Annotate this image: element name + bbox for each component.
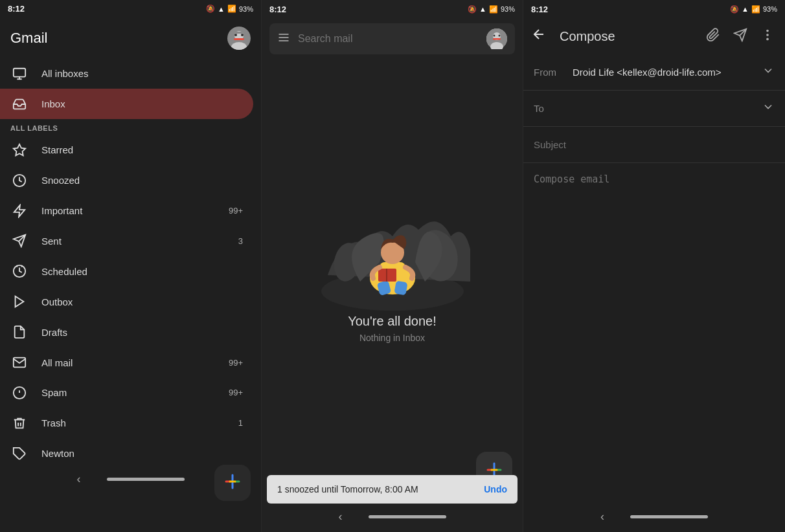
drafts-label: Drafts — [41, 327, 243, 338]
signal-icon-2: 📶 — [489, 5, 498, 14]
nav-drafts[interactable]: Drafts — [0, 317, 253, 348]
compose-body-input[interactable] — [534, 173, 775, 496]
sent-label: Sent — [41, 236, 238, 247]
spam-label: Spam — [41, 387, 229, 398]
notification-icon: 🔕 — [206, 5, 215, 13]
nav-inbox[interactable]: Inbox — [0, 89, 253, 119]
section-label-all-labels: ALL LABELS — [0, 119, 261, 135]
to-field[interactable]: To — [523, 91, 785, 127]
inbox-panel: 8:12 🔕 ▲ 📶 93% — [262, 0, 523, 532]
attach-button[interactable] — [701, 23, 725, 50]
svg-rect-35 — [493, 38, 501, 40]
empty-illustration — [308, 172, 477, 314]
back-button-sidebar[interactable]: ‹ — [77, 472, 81, 486]
inbox-empty-state: You're all done! Nothing in Inbox — [262, 60, 523, 506]
sent-icon — [10, 234, 28, 248]
important-label: Important — [41, 205, 229, 216]
back-button-compose[interactable]: ‹ — [600, 510, 604, 524]
svg-point-57 — [767, 34, 769, 36]
nav-sent[interactable]: Sent 3 — [0, 226, 253, 256]
compose-back-button[interactable] — [526, 21, 552, 51]
outbox-label: Outbox — [41, 296, 243, 307]
from-expand-icon[interactable] — [762, 64, 775, 80]
snoozed-icon — [10, 173, 28, 188]
search-input[interactable] — [298, 33, 479, 45]
nav-all-inboxes[interactable]: All inboxes — [0, 58, 253, 89]
status-time-compose: 8:12 — [531, 5, 548, 14]
trash-label: Trash — [41, 417, 238, 428]
hamburger-icon[interactable] — [277, 31, 290, 47]
svg-marker-12 — [14, 205, 25, 216]
inbox-icon — [10, 97, 28, 111]
allmail-icon — [10, 355, 28, 370]
important-badge: 99+ — [229, 206, 243, 216]
svg-rect-6 — [235, 32, 243, 34]
wifi-icon-2: ▲ — [479, 5, 486, 13]
home-pill-inbox[interactable] — [369, 515, 446, 518]
outbox-icon — [10, 294, 28, 309]
empty-state-subtitle: Nothing in Inbox — [359, 333, 425, 343]
nav-spam[interactable]: Spam 99+ — [0, 378, 253, 408]
drafts-icon — [10, 325, 28, 339]
sidebar-header: Gmail — [0, 17, 261, 58]
empty-state-title: You're all done! — [348, 314, 437, 329]
starred-label: Starred — [41, 144, 243, 155]
sent-badge: 3 — [238, 236, 243, 246]
snackbar: 1 snoozed until Tomorrow, 8:00 AM Undo — [267, 475, 518, 504]
home-pill-compose[interactable] — [630, 515, 708, 518]
bottom-nav-inbox: ‹ — [262, 506, 523, 532]
compose-plus-icon — [223, 472, 242, 493]
wifi-icon: ▲ — [218, 5, 225, 13]
nav-outbox[interactable]: Outbox — [0, 287, 253, 317]
home-pill-sidebar[interactable] — [107, 478, 185, 481]
svg-rect-45 — [386, 269, 387, 282]
search-bar[interactable] — [269, 23, 515, 54]
spam-icon — [10, 386, 28, 400]
compose-body[interactable] — [523, 163, 785, 506]
bottom-nav-compose: ‹ — [523, 506, 785, 532]
from-field[interactable]: From Droid Life <kellex@droid-life.com> — [523, 54, 785, 91]
battery-icon-3: 93% — [763, 5, 777, 13]
battery-icon: 93% — [239, 5, 253, 13]
more-options-button[interactable] — [755, 23, 780, 50]
starred-icon — [10, 143, 28, 157]
inbox-label: Inbox — [41, 98, 243, 109]
nav-allmail[interactable]: All mail 99+ — [0, 348, 253, 378]
nav-trash[interactable]: Trash 1 — [0, 408, 253, 438]
compose-title: Compose — [560, 29, 698, 44]
allmail-badge: 99+ — [229, 358, 243, 368]
to-label: To — [534, 103, 567, 114]
svg-marker-18 — [16, 296, 24, 307]
compose-fab-sidebar[interactable] — [214, 465, 251, 501]
allmail-label: All mail — [41, 357, 229, 368]
snackbar-undo-button[interactable]: Undo — [484, 484, 507, 494]
trash-icon — [10, 416, 28, 430]
compose-header: Compose — [523, 18, 785, 54]
subject-input[interactable] — [534, 139, 775, 150]
avatar[interactable] — [227, 27, 251, 50]
status-bar-sidebar: 8:12 🔕 ▲ 📶 93% — [0, 0, 261, 17]
app-title: Gmail — [10, 30, 47, 47]
svg-point-3 — [234, 34, 237, 36]
nav-snoozed[interactable]: Snoozed — [0, 165, 253, 195]
scheduled-label: Scheduled — [41, 266, 243, 277]
nav-newton[interactable]: Newton — [0, 438, 253, 469]
all-inboxes-icon — [10, 67, 28, 81]
nav-scheduled[interactable]: Scheduled — [0, 256, 253, 287]
subject-field[interactable] — [523, 127, 785, 163]
svg-point-34 — [499, 35, 501, 37]
important-icon — [10, 204, 28, 218]
snackbar-text: 1 snoozed until Tomorrow, 8:00 AM — [277, 484, 418, 494]
nav-important[interactable]: Important 99+ — [0, 195, 253, 226]
svg-point-56 — [767, 30, 769, 32]
status-bar-inbox: 8:12 🔕 ▲ 📶 93% — [262, 0, 523, 18]
send-button[interactable] — [728, 23, 753, 50]
from-value: Droid Life <kellex@droid-life.com> — [573, 67, 757, 78]
search-avatar[interactable] — [486, 28, 507, 49]
to-expand-icon[interactable] — [762, 100, 775, 116]
snoozed-label: Snoozed — [41, 175, 243, 186]
notification-icon-2: 🔕 — [468, 5, 477, 14]
back-button-inbox[interactable]: ‹ — [339, 510, 343, 524]
signal-icon-3: 📶 — [751, 5, 760, 14]
nav-starred[interactable]: Starred — [0, 135, 253, 165]
